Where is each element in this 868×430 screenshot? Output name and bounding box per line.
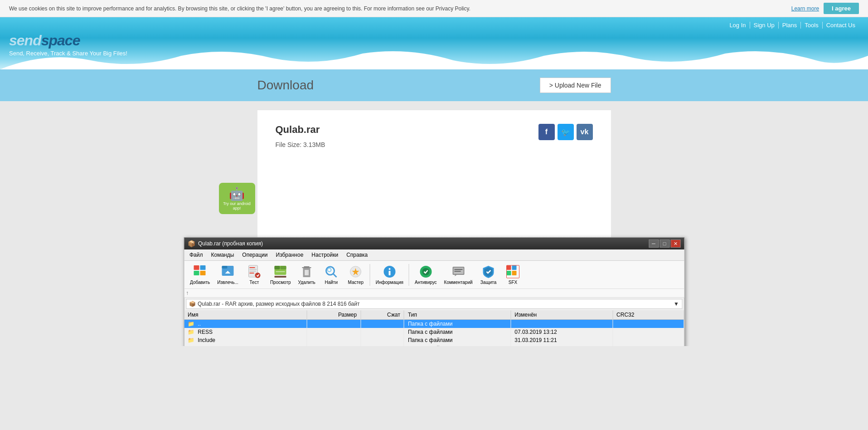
table-row[interactable]: 📁 Include Папка с файлами 31.03.2019 11:…: [184, 336, 684, 344]
cell-type: Папка с файлами: [404, 336, 510, 344]
menu-help[interactable]: Справка: [343, 250, 371, 259]
col-name[interactable]: Имя: [184, 310, 307, 320]
path-bar: 📦 Qulab.rar - RAR архив, размер исходных…: [186, 299, 682, 309]
svg-rect-37: [512, 271, 517, 275]
file-table-container[interactable]: Имя Размер Сжат Тип Изменён CRC32 📁 .. П…: [184, 310, 684, 346]
menu-favorites[interactable]: Избранное: [272, 250, 307, 259]
cell-modified: 25.04.2019 12:40: [511, 344, 613, 346]
delete-icon: [300, 264, 314, 279]
menu-settings[interactable]: Настройки: [308, 250, 342, 259]
svg-rect-14: [281, 266, 286, 269]
facebook-button[interactable]: f: [538, 124, 555, 140]
menu-commands[interactable]: Команды: [208, 250, 238, 259]
toolbar-test[interactable]: Тест: [242, 263, 266, 287]
svg-rect-5: [222, 266, 228, 269]
col-type[interactable]: Тип: [404, 310, 510, 320]
table-row[interactable]: 📁 .. Папка с файлами: [184, 320, 684, 328]
toolbar-protect-label: Защита: [480, 280, 496, 285]
cell-crc: [613, 336, 684, 344]
download-title: Download: [257, 78, 314, 93]
content-panel: 🤖 Try our android app! f 🐦 vk Qulab.rar …: [257, 110, 611, 337]
winrar-toolbar: Добавить Извлечь...: [184, 261, 684, 289]
nav-signup[interactable]: Sign Up: [750, 22, 779, 29]
toolbar-antivirus[interactable]: Антивирус: [412, 263, 440, 287]
col-crc[interactable]: CRC32: [613, 310, 684, 320]
toolbar-find-label: Найти: [325, 280, 338, 285]
close-button[interactable]: ✕: [670, 239, 680, 248]
minimize-button[interactable]: ─: [649, 239, 659, 248]
nav-plans[interactable]: Plans: [779, 22, 801, 29]
wizard-icon: [349, 264, 363, 279]
path-dropdown-icon[interactable]: ▼: [674, 301, 679, 307]
winrar-title: Qulab.rar (пробная копия): [198, 240, 263, 247]
file-size-label: File Size:: [276, 141, 302, 148]
cell-crc: [613, 344, 684, 346]
cell-modified: 07.03.2019 13:12: [511, 328, 613, 336]
find-icon: [324, 264, 339, 279]
toolbar-extract[interactable]: Извлечь...: [214, 263, 242, 287]
svg-line-22: [334, 274, 337, 277]
cell-crc: [613, 328, 684, 336]
svg-rect-27: [388, 271, 390, 275]
menu-operations[interactable]: Операции: [238, 250, 271, 259]
nav-contact[interactable]: Contact Us: [823, 22, 859, 29]
folder-icon: 📁: [188, 321, 194, 327]
table-row[interactable]: 📁 RESS Папка с файлами 07.03.2019 13:12: [184, 328, 684, 336]
cell-compressed: [361, 320, 404, 328]
learn-more-link[interactable]: Learn more: [791, 5, 819, 12]
top-nav: Log In Sign Up Plans Tools Contact Us: [9, 22, 859, 29]
col-modified[interactable]: Изменён: [511, 310, 613, 320]
cell-compressed: [361, 344, 404, 346]
twitter-icon: 🐦: [561, 128, 570, 137]
rar-icon-small: 📦: [189, 301, 196, 307]
toolbar-sfx[interactable]: SFX: [501, 263, 525, 287]
menu-file[interactable]: Файл: [186, 250, 207, 259]
winrar-titlebar: 📦 Qulab.rar (пробная копия) ─ □ ✕: [184, 238, 684, 249]
toolbar-sfx-label: SFX: [509, 280, 517, 285]
toolbar-view-label: Просмотр: [270, 280, 291, 285]
col-size[interactable]: Размер: [307, 310, 361, 320]
android-promo-banner[interactable]: 🤖 Try our android app!: [219, 183, 255, 214]
cell-crc: [613, 320, 684, 328]
path-text: Qulab.rar - RAR архив, размер исходных ф…: [198, 301, 360, 307]
path-up-icon[interactable]: ↑: [186, 290, 189, 296]
test-icon: [247, 264, 262, 279]
maximize-button[interactable]: □: [659, 239, 669, 248]
row-name: ..: [198, 321, 201, 327]
toolbar-protect[interactable]: Защита: [477, 263, 500, 287]
svg-rect-34: [507, 265, 511, 270]
folder-icon: 📁: [188, 345, 194, 346]
sfx-icon: [506, 264, 520, 279]
winrar-controls: ─ □ ✕: [649, 239, 680, 248]
twitter-button[interactable]: 🐦: [558, 124, 574, 140]
winrar-window: 📦 Qulab.rar (пробная копия) ─ □ ✕ Файл К…: [184, 237, 684, 346]
toolbar-separator: [370, 264, 370, 286]
svg-rect-10: [250, 273, 254, 274]
svg-rect-16: [275, 276, 286, 278]
header: Log In Sign Up Plans Tools Contact Us se…: [0, 17, 868, 69]
cell-modified: 31.03.2019 11:21: [511, 336, 613, 344]
table-row[interactable]: 📁 AUTOMATIC Папка с файлами 25.04.2019 1…: [184, 344, 684, 346]
vk-button[interactable]: vk: [577, 124, 593, 140]
extract-icon: [221, 264, 235, 279]
toolbar-wizard[interactable]: Мастер: [344, 263, 368, 287]
cell-type: Папка с файлами: [404, 344, 510, 346]
toolbar-add[interactable]: Добавить: [187, 263, 213, 287]
svg-point-23: [328, 268, 331, 272]
svg-rect-2: [194, 271, 199, 275]
upload-new-file-button[interactable]: > Upload New File: [540, 78, 611, 93]
view-icon: [273, 264, 288, 279]
nav-tools[interactable]: Tools: [801, 22, 822, 29]
toolbar-info[interactable]: Информация: [373, 263, 407, 287]
toolbar-delete[interactable]: Удалить: [295, 263, 319, 287]
svg-rect-35: [512, 265, 517, 270]
protect-icon: [481, 264, 496, 279]
svg-rect-32: [454, 269, 462, 270]
toolbar-view[interactable]: Просмотр: [267, 263, 294, 287]
toolbar-comment[interactable]: Комментарий: [441, 263, 476, 287]
agree-button[interactable]: I agree: [824, 3, 859, 14]
col-compressed[interactable]: Сжат: [361, 310, 404, 320]
svg-rect-13: [275, 266, 280, 269]
toolbar-find[interactable]: Найти: [320, 263, 343, 287]
nav-login[interactable]: Log In: [726, 22, 750, 29]
